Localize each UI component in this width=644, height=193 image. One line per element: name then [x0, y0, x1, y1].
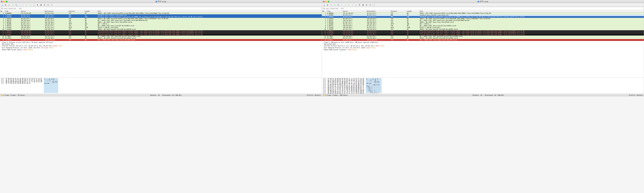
expand-icon[interactable]: ▸ [323, 49, 324, 50]
xcircle-icon[interactable]: ⊗ [8, 4, 10, 6]
filter-input[interactable] [326, 8, 643, 9]
expand-icon[interactable]: ▸ [323, 44, 324, 45]
packet-row[interactable]: 1314.1599…172.24.30.24510.215.173.2TCP60… [0, 34, 322, 36]
column-header[interactable]: Source [20, 10, 44, 12]
detail-row[interactable]: ▸Raw packet data [1, 44, 321, 45]
expand-icon[interactable]: ▸ [323, 45, 324, 47]
packet-list[interactable]: No.TimeSourceDestinationProtocolLengthIn… [0, 10, 322, 41]
packet-row[interactable]: 81.302722110.242.68.410.215.173.1TCP4080… [0, 25, 322, 27]
packet-row[interactable]: 41.29231310.215.173.1110.242.68.4TCP6046… [322, 18, 644, 20]
expand-icon[interactable]: ▸ [1, 49, 2, 50]
packet-row[interactable]: 41.29231310.215.173.1110.242.68.4TCP6046… [0, 18, 322, 20]
square-icon[interactable]: ◼ [4, 4, 7, 6]
jump-left-icon[interactable]: ⇤ [26, 4, 28, 6]
status-profile[interactable]: Profile: Default [629, 94, 643, 96]
packet-row[interactable]: 21.26599510.215.173.110.215.173.2DNS59St… [322, 14, 644, 16]
column-header[interactable]: Length [84, 10, 97, 12]
filter-input[interactable] [4, 8, 321, 9]
column-header[interactable]: No. [0, 10, 4, 12]
arrow-left-icon[interactable]: ← [341, 4, 343, 6]
bars2-icon[interactable]: ▤ [362, 4, 364, 6]
packet-row[interactable]: 21.26599510.215.173.110.215.173.2DNS59St… [0, 14, 322, 16]
bookmark-icon[interactable] [1, 8, 3, 9]
packet-row[interactable]: 1561.4392…10.215.173.1110.242.68.4TCP404… [0, 37, 322, 39]
packet-list[interactable]: No.TimeSourceDestinationProtocolLengthIn… [322, 10, 644, 41]
column-header[interactable]: Time [4, 10, 20, 12]
packet-row[interactable]: 126.052150172.24.30.24510.215.173.2TCP60… [322, 32, 644, 34]
packet-row[interactable]: 91.313443110.242.68.410.215.173.1HTTP128… [0, 27, 322, 28]
close-icon[interactable] [323, 1, 324, 2]
packet-row[interactable]: 51.301247110.242.68.410.215.173.1TCP4880… [0, 20, 322, 22]
search-icon[interactable]: 🔍 [15, 4, 18, 6]
expand-icon[interactable]: ▸ [323, 47, 324, 48]
minimize-icon[interactable] [4, 1, 5, 2]
expand-icon[interactable]: ▸ [323, 42, 324, 43]
packet-row[interactable]: 71.30240510.215.173.1110.242.68.4HTTP206… [0, 23, 322, 25]
down-icon[interactable]: ↓ [355, 4, 357, 6]
packet-row[interactable]: 81.302722110.242.68.410.215.173.1TCP4080… [322, 25, 644, 27]
down-icon[interactable]: ↓ [33, 4, 35, 6]
detail-row[interactable]: ▸Frame 2: 59 bytes on wire (472 bits), 5… [1, 42, 321, 43]
column-header[interactable]: Protocol [68, 10, 84, 12]
zoom-fit-icon[interactable]: ⛶ [372, 4, 375, 6]
hex-view[interactable]: 000000100020003045 00 00 3b 95 8a 40 00 … [0, 78, 322, 94]
jump-right-icon[interactable]: ⇥ [351, 4, 354, 6]
expand-icon[interactable]: ▸ [1, 45, 2, 47]
jump-right-icon[interactable]: ⇥ [29, 4, 32, 6]
xcircle-icon[interactable]: ⊗ [330, 4, 332, 6]
detail-row[interactable]: ▸Internet Protocol Version 4, Src: 10.21… [323, 45, 643, 47]
arrow-right-icon[interactable]: → [344, 4, 346, 6]
arrow-left-icon[interactable]: ← [19, 4, 21, 6]
detail-row[interactable]: ▸Frame 3: 200 bytes on wire (2240 bits),… [323, 42, 643, 43]
bookmark-icon[interactable] [323, 8, 325, 9]
packet-row[interactable]: 1561.4392…10.215.173.1110.242.68.4TCP404… [322, 37, 644, 39]
detail-row[interactable]: ▸Raw packet data [323, 44, 643, 45]
packet-row[interactable]: 101.31385810.215.173.1110.242.68.4TCP404… [0, 28, 322, 30]
bars-icon[interactable]: ≡ [358, 4, 360, 6]
packet-row[interactable]: 61.30150110.215.173.1110.242.68.4TCP4046… [322, 22, 644, 23]
close-icon[interactable] [1, 1, 2, 2]
packet-row[interactable]: 91.313443110.242.68.410.215.173.1HTTP128… [322, 27, 644, 28]
column-header[interactable]: Destination [366, 10, 390, 12]
zoom-in-icon[interactable]: ⊕ [44, 4, 46, 6]
zoom-icon[interactable] [6, 1, 8, 2]
column-header[interactable]: Info [419, 10, 644, 12]
detail-row[interactable]: ▸Internet Protocol Version 4, Src: 10.21… [1, 45, 321, 47]
expert-icon[interactable]: ↯ [3, 94, 4, 96]
expand-icon[interactable]: ▸ [1, 44, 2, 45]
detail-row[interactable]: ▸User Datagram Protocol, Src Port: 53, D… [323, 47, 643, 49]
column-header[interactable]: Destination [44, 10, 68, 12]
detail-row[interactable]: ▸Domain Name System (response)应用层DNS协议 [323, 49, 643, 51]
fin-icon[interactable]: ◢ [323, 4, 325, 6]
column-header[interactable]: No. [322, 10, 326, 12]
bars2-icon[interactable]: ▤ [40, 4, 42, 6]
packet-row[interactable]: 1314.1599…172.24.30.24510.215.173.2TCP60… [322, 34, 644, 36]
search-icon[interactable]: 🔍 [337, 4, 340, 6]
zoom-out-icon[interactable]: ⊖ [369, 4, 371, 6]
zoom-in-icon[interactable]: ⊕ [366, 4, 368, 6]
packet-row[interactable]: 111.998372172.24.30.24510.215.173.2TCP60… [0, 30, 322, 32]
zoom-icon[interactable] [328, 1, 330, 2]
expand-icon[interactable]: ▸ [1, 42, 2, 43]
packet-row[interactable]: 51.301247110.242.68.410.215.173.1TCP4880… [322, 20, 644, 22]
status-profile[interactable]: Profile: Default [307, 94, 321, 96]
jump-left-icon[interactable]: ⇤ [348, 4, 350, 6]
zoom-out-icon[interactable]: ⊖ [47, 4, 49, 6]
square-icon[interactable]: ◼ [326, 4, 329, 6]
packet-row[interactable]: 1674.9811…10.215.173.2172.24.30.245TCP40… [322, 39, 644, 41]
reload-icon[interactable]: ↻ [334, 4, 336, 6]
column-header[interactable]: Length [406, 10, 419, 12]
fin-icon[interactable]: ◢ [1, 4, 3, 6]
packet-row[interactable]: 1461.3993…110.242.68.410.215.173.1TCP408… [0, 36, 322, 37]
packet-row[interactable]: 71.30240510.215.173.1110.242.68.4HTTP206… [322, 23, 644, 25]
packet-row[interactable]: 31.28736410.215.173.210.215.173.1DNS200S… [0, 16, 322, 18]
minimize-icon[interactable] [326, 1, 327, 2]
column-header[interactable]: Source [342, 10, 366, 12]
column-header[interactable]: Info [97, 10, 322, 12]
packet-details[interactable]: ▸Frame 2: 59 bytes on wire (472 bits), 5… [0, 41, 322, 78]
packet-row[interactable]: 126.052150172.24.30.24510.215.173.2TCP60… [0, 32, 322, 34]
packet-row[interactable]: 1461.3993…110.242.68.410.215.173.1TCP408… [322, 36, 644, 37]
detail-row[interactable]: ▸Domain Name System (query)应用层DNS协议 [1, 49, 321, 51]
detail-row[interactable]: ▸User Datagram Protocol, Src Port: 32242… [1, 47, 321, 49]
packet-details[interactable]: ▸Frame 3: 200 bytes on wire (2240 bits),… [322, 41, 644, 78]
